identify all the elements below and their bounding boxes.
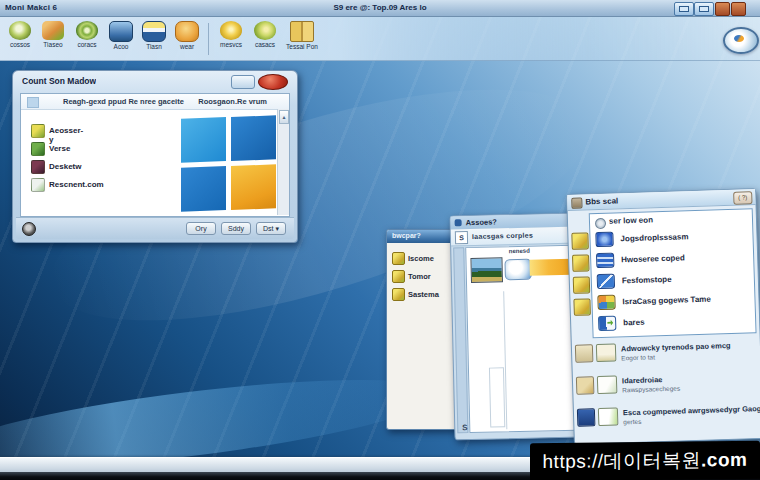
watermark-url-name: 데이터복원 <box>604 447 702 474</box>
dialog-button-3[interactable]: Dst ▾ <box>256 222 286 235</box>
dialog-scrollbar[interactable]: ▲ <box>277 109 289 215</box>
detail-item[interactable]: Esca cogmpewed awrgswsedygr Gaogaoed ger… <box>576 403 758 409</box>
minimize-icon <box>679 6 689 12</box>
page-icon <box>598 408 619 427</box>
toolbar-button-5[interactable]: Tiasn <box>137 21 171 50</box>
folder-item-label: Iscome <box>408 254 434 263</box>
window-icon <box>455 219 462 226</box>
program-icon <box>598 316 616 332</box>
preview-toolbar-text: Iaacsgas corples <box>472 232 533 240</box>
toolbar-label: wear <box>170 44 204 50</box>
photo-thumbnail[interactable] <box>470 257 503 283</box>
list-item-label: Jogsdroplsssasm <box>620 232 688 243</box>
list-item[interactable]: bares <box>598 316 599 334</box>
folder-item-label: Sastema <box>408 290 439 299</box>
detail-line1: Esca cogmpewed awrgswsedygr Gaogaoed <box>623 403 760 417</box>
windows-logo-pane-tl <box>181 117 226 163</box>
toolbar-button-6[interactable]: wear <box>170 21 204 50</box>
windows-logo-pane-tr <box>231 115 276 161</box>
group-header-icon <box>595 218 606 229</box>
document-icon <box>596 344 617 363</box>
file-type-icon[interactable] <box>504 259 531 281</box>
app-toolbar: cossos Tiaseo coracs Acoo Tiasn wear mes… <box>0 17 760 61</box>
toolbar-button-3[interactable]: coracs <box>70 21 104 48</box>
minimize-button[interactable] <box>674 2 694 16</box>
toolbar-separator <box>208 23 209 55</box>
toolbar-button-7[interactable]: mesvcs <box>214 21 248 48</box>
dialog-window: Count Son Madow Reagh-gexd ppud Re nree … <box>12 70 298 243</box>
dialog-item-label: Desketw <box>49 162 81 171</box>
folder-panel-titlebar[interactable]: bwcpar? <box>387 230 456 243</box>
window-icon <box>571 198 582 209</box>
toolbar-label: Acoo <box>104 44 138 50</box>
list-window-close-button[interactable]: ( ?) <box>733 191 752 205</box>
list-item-label: Hwoseree coped <box>621 253 685 264</box>
book-icon <box>290 21 314 42</box>
preview-title: Assoes? <box>466 217 497 227</box>
preview-panel: nenesd <box>465 245 577 433</box>
list-item[interactable]: Hwoseree coped <box>596 253 597 271</box>
watermark-url-suffix: .com <box>701 449 747 471</box>
list-item[interactable]: Jogsdroplsssasm <box>595 232 596 250</box>
detail-item[interactable]: Adwowcky tyrenods pao emcg Eogor to tat <box>574 339 756 345</box>
dialog-titlebar[interactable]: Count Son Madow <box>13 71 297 91</box>
boat-icon <box>142 21 166 42</box>
program-list-box: ser low eon Jogsdroplsssasm Hwoseree cop… <box>589 208 757 338</box>
folder-panel-window: bwcpar? Iscome Tomor Sastema <box>386 229 457 430</box>
dialog-content-frame: Reagh-gexd ppud Re nree gaceite Roosgaon… <box>20 93 290 217</box>
list-item-label: IsraCasg gogews Tame <box>622 295 711 307</box>
scroll-up-icon[interactable]: ▲ <box>279 110 289 124</box>
rail-folder-icon <box>573 298 591 316</box>
detail-line2: Eogor to tat <box>621 353 655 361</box>
disc-icon <box>9 21 31 40</box>
detail-line1: Idaredroiae <box>622 375 663 385</box>
app-titlebar[interactable]: Moni Makci 6 S9 ere @: Top.09 Ares lo <box>0 0 760 17</box>
preview-toolbar: S Iaacsgas corples <box>451 227 578 247</box>
dialog-minimize-button[interactable] <box>231 75 255 89</box>
maximize-button[interactable] <box>694 2 714 16</box>
list-window-titlebar[interactable]: Bbs scal ( ?) <box>567 189 755 211</box>
program-icon <box>596 253 614 269</box>
selection-highlight[interactable] <box>529 259 571 276</box>
preview-panel-label: nenesd <box>466 247 572 255</box>
toolbar-label: casacs <box>248 42 282 48</box>
close-button-left[interactable] <box>715 2 730 16</box>
detail-item[interactable]: Idaredroiae Rawspysacecheges <box>575 371 757 377</box>
watermark-banner: https://데이터복원.com <box>530 441 760 480</box>
list-item-label: bares <box>623 318 645 328</box>
dialog-item-label: Aeosser-y <box>49 126 83 144</box>
detail-rail-icon <box>577 408 596 427</box>
program-icon <box>595 232 613 248</box>
detail-line2: Rawspysacecheges <box>622 385 680 394</box>
toolbar-button-4[interactable]: Acoo <box>104 21 138 50</box>
list-item[interactable]: Fesfomstope <box>597 274 598 292</box>
preview-toolbar-box-icon[interactable]: S <box>455 231 468 244</box>
detail-rail-icon <box>576 376 595 395</box>
list-item[interactable]: IsraCasg gogews Tame <box>597 295 598 313</box>
folder-document-icon <box>597 376 618 395</box>
dialog-header-right: Roosgaon.Re vrum <box>198 97 267 106</box>
dialog-button-2[interactable]: Sddy <box>221 222 251 235</box>
list-window: Bbs scal ( ?) ser low eon Jogsdroplsssas… <box>566 188 760 445</box>
folder-item-label: Tomor <box>408 272 431 281</box>
brand-logo-icon[interactable] <box>723 27 759 54</box>
detail-line1: Adwowcky tyrenods pao emcg <box>621 341 731 353</box>
toolbar-button-2[interactable]: Tiaseo <box>36 21 70 48</box>
dialog-close-button[interactable] <box>258 74 288 90</box>
group-header: ser low eon <box>609 215 653 225</box>
shell-icon <box>254 21 276 40</box>
toolbar-button-8[interactable]: casacs <box>248 21 282 48</box>
windows-logo-pane-bl <box>181 166 226 212</box>
folder-icon <box>392 270 405 283</box>
folder-panel-title: bwcpar? <box>387 230 456 239</box>
program-icon <box>597 295 615 311</box>
dialog-button-1[interactable]: Ory <box>186 222 216 235</box>
monitor-icon <box>109 21 133 42</box>
toolbar-button-1[interactable]: cossos <box>3 21 37 48</box>
detail-rail-icon <box>575 344 594 363</box>
toolbar-button-9[interactable]: Tessai Pon <box>282 21 322 50</box>
folder-icon <box>31 124 45 138</box>
close-button[interactable] <box>731 2 746 16</box>
detail-line2: gertes <box>623 418 641 426</box>
list-item-label: Fesfomstope <box>622 275 672 286</box>
